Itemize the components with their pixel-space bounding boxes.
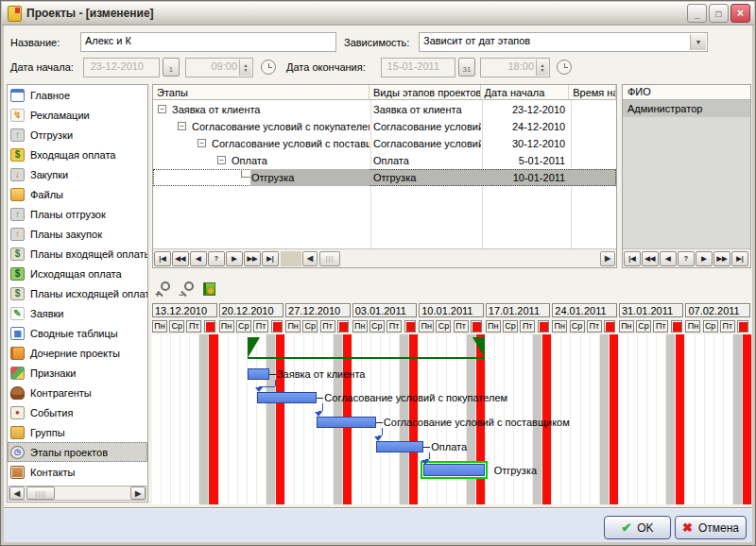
sidebar-item-Контакты[interactable]: Контакты: [8, 462, 147, 482]
day-header-cell: Пт: [587, 320, 602, 333]
scroll-left-icon[interactable]: ◀: [302, 251, 318, 266]
day-header-cell: Пт: [253, 320, 268, 333]
sidebar-item-Планы входящей оплаты[interactable]: $Планы входящей оплаты: [8, 244, 147, 264]
tree-expand-icon[interactable]: −: [158, 105, 166, 113]
nav-button-◀◀[interactable]: ◀◀: [172, 251, 189, 266]
start-clock-icon[interactable]: [261, 60, 276, 75]
sidebar-item-Контрагенты[interactable]: Контрагенты: [8, 383, 147, 402]
nav-button-◀◀[interactable]: ◀◀: [642, 251, 659, 266]
table-row[interactable]: ОтгрузкаОтгрузка10-01-2011: [153, 169, 616, 186]
maximize-button[interactable]: □: [709, 4, 729, 23]
scroll-left-icon[interactable]: ◀: [9, 486, 25, 500]
sidebar-item-Отгрузки[interactable]: ↑Отгрузки: [8, 125, 147, 145]
sidebar-h-scrollbar[interactable]: ◀ |||| ▶: [9, 486, 146, 501]
sidebar-item-Рекламации[interactable]: ↯Рекламации: [8, 105, 147, 125]
sidebar-item-Дочерние проекты[interactable]: Дочерние проекты: [8, 343, 147, 363]
nav-button-▶|[interactable]: ▶|: [731, 251, 748, 266]
name-input[interactable]: Алекс и К: [80, 32, 336, 52]
scale-settings-icon[interactable]: [202, 281, 219, 298]
week-header-cell: 13.12.2010: [152, 303, 217, 317]
gantt-bar-selected[interactable]: [421, 461, 488, 479]
gantt-bar[interactable]: [248, 368, 269, 380]
sidebar-item-Входящая оплата[interactable]: $Входящая оплата: [8, 145, 147, 164]
sidebar-item-Признаки[interactable]: Признаки: [8, 363, 147, 383]
zoom-out-icon[interactable]: −: [179, 281, 196, 298]
sidebar-item-События[interactable]: ●События: [8, 402, 147, 422]
ok-button[interactable]: ✔ OK: [604, 516, 671, 539]
end-calendar-button[interactable]: 31: [458, 58, 475, 77]
end-time-input[interactable]: 18:00 ▲▼: [480, 58, 550, 77]
scroll-right-icon[interactable]: ▶: [130, 486, 146, 500]
gantt-bar[interactable]: [317, 417, 375, 428]
end-clock-icon[interactable]: [557, 60, 572, 75]
fio-row[interactable]: Администратор: [623, 100, 750, 117]
sidebar-item-label: Планы исходящей оплаты: [30, 288, 147, 299]
tree-expand-icon[interactable]: −: [178, 122, 186, 130]
nav-button-▶|[interactable]: ▶|: [262, 251, 279, 266]
sidebar-item-Исходящая оплата[interactable]: $Исходящая оплата: [8, 264, 147, 283]
nav-button-?[interactable]: ?: [208, 251, 225, 266]
table-row[interactable]: −Согласование условий с покупателемСогла…: [153, 118, 616, 135]
table-row[interactable]: −Согласование условий с поставщикомСогла…: [153, 135, 616, 152]
nav-button-▶▶[interactable]: ▶▶: [713, 251, 730, 266]
sunday-header-cell: [538, 320, 549, 333]
table-row[interactable]: −Заявка от клиентаЗаявка от клиента23-12…: [153, 101, 616, 118]
table-row[interactable]: −ОплатаОплата5-01-2011: [153, 152, 616, 169]
nav-button-◀[interactable]: ◀: [190, 251, 207, 266]
scroll-right-icon[interactable]: ▶: [600, 251, 615, 266]
gantt-bar[interactable]: [376, 441, 423, 452]
connector-arrow-icon: [374, 436, 382, 441]
end-date-label: Дата окончания:: [286, 61, 366, 73]
start-time-spinner[interactable]: ▲▼: [239, 60, 251, 76]
sidebar-item-Закупки[interactable]: ↓Закупки: [8, 164, 147, 184]
zoom-in-icon[interactable]: +: [155, 281, 172, 298]
nav-button-?[interactable]: ?: [678, 251, 695, 266]
sidebar-item-Заявки[interactable]: ✎Заявки: [8, 303, 147, 323]
sidebar-item-Планы отгрузок[interactable]: ↑Планы отгрузок: [8, 204, 147, 224]
cancel-button[interactable]: ✖ Отмена: [675, 516, 747, 539]
stage-start-date: 24-12-2010: [481, 118, 570, 135]
sidebar-item-Файлы[interactable]: Файлы: [8, 184, 147, 204]
start-time-input[interactable]: 09:00 ▲▼: [185, 58, 253, 77]
sidebar-item-label: Этапы проектов: [30, 447, 108, 458]
day-header-cell: Пт: [520, 320, 535, 333]
sidebar-item-Этапы проектов[interactable]: ◷Этапы проектов: [8, 442, 147, 462]
dependency-select[interactable]: Зависит от дат этапов ▼: [419, 32, 708, 52]
nav-button-◀[interactable]: ◀: [660, 251, 677, 266]
tree-expand-icon[interactable]: −: [198, 139, 206, 147]
column-header: Виды этапов проектов: [369, 85, 481, 99]
minimize-button[interactable]: _: [687, 4, 707, 23]
nav-button-▶[interactable]: ▶: [226, 251, 243, 266]
start-date-input[interactable]: 23-12-2010: [83, 58, 160, 77]
day-column: [295, 334, 304, 504]
sunday-header-cell: [404, 320, 416, 333]
nav-button-▶[interactable]: ▶: [696, 251, 713, 266]
check-icon: ✔: [621, 520, 631, 535]
dependency-value: Зависит от дат этапов: [423, 35, 530, 46]
nav-button-|◀[interactable]: |◀: [154, 251, 171, 266]
close-button[interactable]: ×: [730, 4, 750, 23]
day-header-cell: Пн: [285, 320, 301, 333]
sidebar-item-Группы[interactable]: Группы: [8, 422, 147, 442]
sidebar-item-Главное[interactable]: Главное: [8, 85, 147, 105]
sidebar-item-label: Исходящая оплата: [30, 268, 122, 280]
scroll-thumb[interactable]: |||: [319, 251, 340, 266]
sidebar-item-label: Планы закупок: [30, 229, 102, 240]
gantt-bar[interactable]: [257, 392, 318, 403]
day-column: [229, 334, 238, 504]
nav-button-|◀[interactable]: |◀: [624, 251, 641, 266]
sidebar-item-Планы исходящей оплаты[interactable]: $Планы исходящей оплаты: [8, 283, 147, 303]
sidebar-item-Сводные таблицы[interactable]: ▦Сводные таблицы: [8, 323, 147, 343]
tree-expand-icon[interactable]: −: [217, 156, 226, 164]
end-time-spinner[interactable]: ▲▼: [536, 60, 548, 76]
stage-start-time: [569, 135, 616, 152]
scroll-thumb[interactable]: ||||: [26, 486, 55, 500]
nav-button-▶▶[interactable]: ▶▶: [244, 251, 261, 266]
chevron-down-icon[interactable]: ▼: [690, 34, 706, 50]
cross-icon: ✖: [682, 520, 693, 535]
start-calendar-button[interactable]: 1: [163, 58, 180, 77]
week-header-cell: 31.01.2011: [619, 303, 684, 317]
day-column: [285, 334, 295, 504]
sidebar-item-Планы закупок[interactable]: ↑Планы закупок: [8, 224, 147, 244]
end-date-input[interactable]: 15-01-2011: [381, 58, 455, 77]
